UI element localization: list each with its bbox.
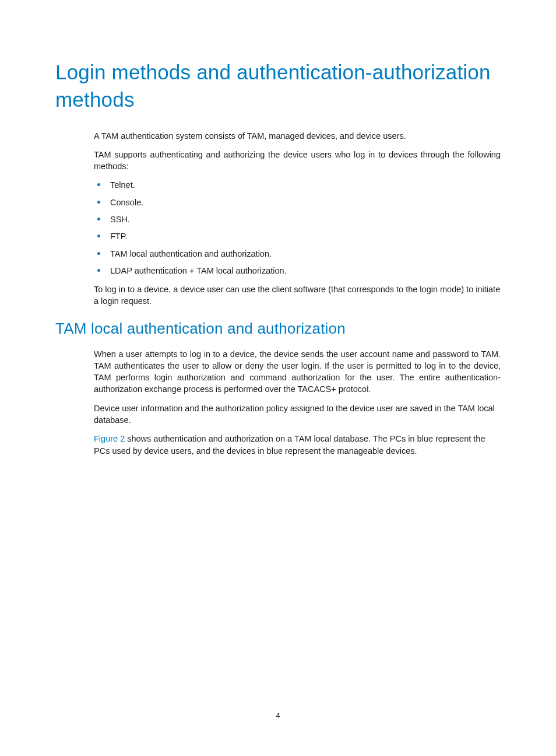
paragraph-client: To log in to a device, a device user can…	[94, 284, 501, 307]
list-item: Telnet.	[94, 179, 501, 191]
paragraph-figure-rest: shows authentication and authorization o…	[94, 434, 485, 455]
methods-list: Telnet. Console. SSH. FTP. TAM local aut…	[94, 179, 501, 276]
section-heading: TAM local authentication and authorizati…	[55, 319, 501, 339]
list-item: LDAP authentication + TAM local authoriz…	[94, 265, 501, 276]
paragraph-intro: A TAM authentication system consists of …	[94, 130, 501, 142]
paragraph-auth-flow: When a user attempts to log in to a devi…	[94, 348, 501, 396]
paragraph-figure-ref: Figure 2 shows authentication and author…	[94, 433, 501, 457]
page-heading: Login methods and authentication-authori…	[55, 58, 501, 114]
page-number: 4	[0, 711, 556, 720]
list-item: SSH.	[94, 214, 501, 225]
paragraph-methods-intro: TAM supports authenticating and authoriz…	[94, 149, 501, 173]
content-block-2: When a user attempts to log in to a devi…	[94, 348, 501, 457]
list-item: TAM local authentication and authorizati…	[94, 248, 501, 260]
paragraph-db: Device user information and the authoriz…	[94, 402, 501, 426]
list-item: Console.	[94, 197, 501, 208]
figure-link[interactable]: Figure 2	[94, 434, 125, 443]
content-block-1: A TAM authentication system consists of …	[94, 130, 501, 307]
list-item: FTP.	[94, 230, 501, 242]
